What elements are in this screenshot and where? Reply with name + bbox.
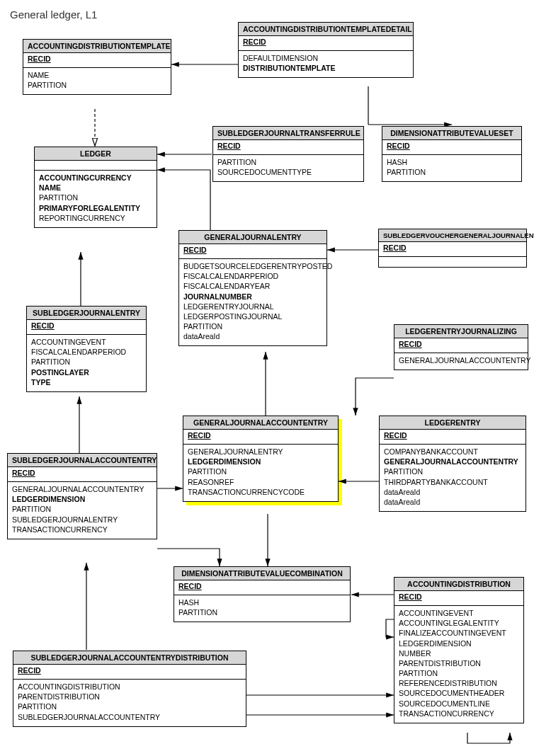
entity-name: LEDGERENTRY xyxy=(380,416,526,430)
entity-accountingdistributiontemplate: ACCOUNTINGDISTRIBUTIONTEMPLATE RECID NAM… xyxy=(23,39,171,95)
entity-dimensionattributevalueset: DIMENSIONATTRIBUTEVALUESET RECID HASHPAR… xyxy=(382,126,522,182)
entity-name: ACCOUNTINGDISTRIBUTION xyxy=(394,578,523,591)
entity-name: GENERALJOURNALENTRY xyxy=(179,231,326,244)
entity-key: RECID xyxy=(27,320,146,335)
entity-fields: HASHPARTITION xyxy=(382,155,521,181)
entity-fields: GENERALJOURNALACCOUNTENTRY xyxy=(394,353,528,370)
entity-accountingdistributiontemplatedetail: ACCOUNTINGDISTRIBUTIONTEMPLATEDETAIL REC… xyxy=(238,22,414,78)
entity-name: LEDGER xyxy=(35,147,157,161)
entity-fields: ACCOUNTINGEVENTFISCALCALENDARPERIODPARTI… xyxy=(27,335,146,391)
entity-name: LEDGERENTRYJOURNALIZING xyxy=(394,325,528,338)
entity-generaljournalentry: GENERALJOURNALENTRY RECID BUDGETSOURCELE… xyxy=(178,230,327,346)
entity-name: SUBLEDGERJOURNALACCOUNTENTRYDISTRIBUTION xyxy=(13,651,246,665)
entity-subledgerjournalentry: SUBLEDGERJOURNALENTRY RECID ACCOUNTINGEV… xyxy=(26,306,147,392)
entity-generaljournalaccountentry: GENERALJOURNALACCOUNTENTRY RECID GENERAL… xyxy=(183,416,339,502)
entity-name: ACCOUNTINGDISTRIBUTIONTEMPLATEDETAIL xyxy=(239,23,413,36)
entity-ledger: LEDGER ACCOUNTINGCURRENCYNAMEPARTITIONPR… xyxy=(34,147,157,228)
entity-fields: GENERALJOURNALENTRYLEDGERDIMENSIONPARTIT… xyxy=(183,445,338,501)
entity-key: RECID xyxy=(13,665,246,680)
entity-fields: COMPANYBANKACCOUNTGENERALJOURNALACCOUNTE… xyxy=(380,445,526,511)
entity-key: RECID xyxy=(239,36,413,51)
entity-fields: HASHPARTITION xyxy=(174,595,350,622)
entity-name: SUBLEDGERJOURNALACCOUNTENTRY xyxy=(8,454,157,467)
entity-key: RECID xyxy=(8,467,157,482)
entity-subledgervouchergeneraljournalentry: SUBLEDGERVOUCHERGENERALJOURNALENTRY RECI… xyxy=(378,229,527,268)
entity-key xyxy=(35,161,157,171)
page-title: General ledger, L1 xyxy=(10,8,97,21)
entity-name: GENERALJOURNALACCOUNTENTRY xyxy=(183,416,338,430)
entity-fields: BUDGETSOURCELEDGERENTRYPOSTEDFISCALCALEN… xyxy=(179,259,326,345)
entity-key: RECID xyxy=(394,591,523,606)
entity-fields: ACCOUNTINGCURRENCYNAMEPARTITIONPRIMARYFO… xyxy=(35,171,157,227)
entity-key: RECID xyxy=(174,580,350,595)
entity-fields: ACCOUNTINGDISTRIBUTIONPARENTDISTRIBUTION… xyxy=(13,680,246,726)
entity-key: RECID xyxy=(394,338,528,353)
entity-name: SUBLEDGERJOURNALENTRY xyxy=(27,307,146,320)
entity-key: RECID xyxy=(179,244,326,259)
entity-name: SUBLEDGERJOURNALTRANSFERRULE xyxy=(213,127,363,140)
entity-fields: PARTITIONSOURCEDOCUMENTTYPE xyxy=(213,155,363,181)
entity-name: DIMENSIONATTRIBUTEVALUESET xyxy=(382,127,521,140)
entity-fields: NAMEPARTITION xyxy=(23,68,171,94)
entity-fields xyxy=(379,257,526,267)
entity-key: RECID xyxy=(183,430,338,445)
entity-key: RECID xyxy=(379,242,526,257)
entity-fields: DEFAULTDIMENSIONDISTRIBUTIONTEMPLATE xyxy=(239,51,413,77)
entity-fields: ACCOUNTINGEVENTACCOUNTINGLEGALENTITYFINA… xyxy=(394,606,523,723)
entity-key: RECID xyxy=(380,430,526,445)
entity-fields: GENERALJOURNALACCOUNTENTRYLEDGERDIMENSIO… xyxy=(8,482,157,539)
entity-name: DIMENSIONATTRIBUTEVALUECOMBINATION xyxy=(174,567,350,580)
entity-subledgerjournaltransferrule: SUBLEDGERJOURNALTRANSFERRULE RECID PARTI… xyxy=(212,126,364,182)
entity-key: RECID xyxy=(213,140,363,155)
entity-subledgerjournalaccountentrydistribution: SUBLEDGERJOURNALACCOUNTENTRYDISTRIBUTION… xyxy=(13,651,246,727)
entity-dimensionattributevaluecombination: DIMENSIONATTRIBUTEVALUECOMBINATION RECID… xyxy=(174,566,351,622)
entity-name: SUBLEDGERVOUCHERGENERALJOURNALENTRY xyxy=(379,229,526,242)
entity-accountingdistribution: ACCOUNTINGDISTRIBUTION RECID ACCOUNTINGE… xyxy=(394,577,524,723)
entity-key: RECID xyxy=(382,140,521,155)
entity-name: ACCOUNTINGDISTRIBUTIONTEMPLATE xyxy=(23,40,171,53)
entity-key: RECID xyxy=(23,53,171,68)
entity-ledgerentryjournalizing: LEDGERENTRYJOURNALIZING RECID GENERALJOU… xyxy=(394,324,528,370)
entity-subledgerjournalaccountentry: SUBLEDGERJOURNALACCOUNTENTRY RECID GENER… xyxy=(7,453,157,539)
entity-ledgerentry: LEDGERENTRY RECID COMPANYBANKACCOUNTGENE… xyxy=(379,416,526,512)
